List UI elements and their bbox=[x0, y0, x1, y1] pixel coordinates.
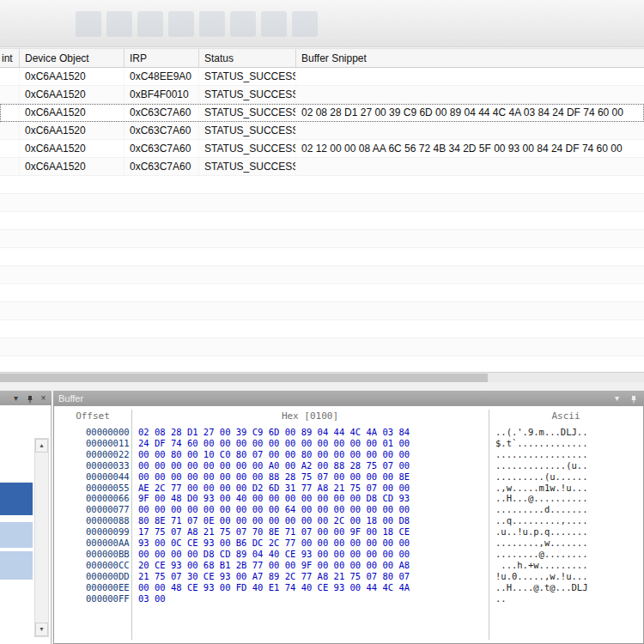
hex-row: 000000669F 00 48 D0 93 00 40 00 00 00 00… bbox=[54, 493, 643, 504]
list-item[interactable] bbox=[0, 551, 33, 580]
hex-bytes: 20 CE 93 00 68 B1 2B 77 00 00 9F 00 00 0… bbox=[131, 560, 489, 571]
hex-row: 00000055AE 2C 77 00 00 00 00 D2 6D 31 77… bbox=[54, 483, 643, 494]
toolbar bbox=[0, 0, 644, 47]
hex-offset: 00000022 bbox=[54, 449, 131, 460]
hex-column-ascii: Ascii bbox=[489, 410, 643, 422]
list-item-selected[interactable] bbox=[0, 483, 33, 515]
buffer-panel: Buffer ▾ Offset Hex [0100] Ascii 0000000… bbox=[53, 391, 644, 644]
irp-grid-header: intDevice ObjectIRPStatusBuffer Snippet bbox=[0, 48, 644, 68]
hex-view[interactable]: Offset Hex [0100] Ascii 0000000002 08 28… bbox=[53, 405, 644, 644]
table-cell: 0xC63C7A60 bbox=[125, 104, 199, 121]
hex-offset: 00000011 bbox=[54, 438, 131, 449]
toolbar-icon[interactable] bbox=[199, 11, 225, 37]
toolbar-icon[interactable] bbox=[168, 11, 194, 37]
table-cell bbox=[0, 158, 20, 175]
table-cell: 0xC6AA1520 bbox=[20, 158, 125, 175]
table-cell bbox=[0, 122, 20, 139]
toolbar-icon[interactable] bbox=[230, 11, 256, 37]
table-row[interactable]: 0xC6AA15200xBF4F0010STATUS_SUCCESS bbox=[0, 86, 644, 104]
table-row-empty[interactable] bbox=[0, 266, 644, 284]
hex-column-offset: Offset bbox=[54, 410, 131, 422]
pin-icon[interactable] bbox=[25, 393, 34, 404]
table-cell: STATUS_SUCCESS bbox=[199, 122, 296, 139]
table-cell: 02 08 28 D1 27 00 39 C9 6D 00 89 04 44 4… bbox=[296, 104, 644, 121]
toolbar-icon[interactable] bbox=[76, 11, 101, 37]
table-row[interactable]: 0xC6AA15200xC63C7A60STATUS_SUCCESS02 12 … bbox=[0, 140, 644, 158]
hex-bytes: 02 08 28 D1 27 00 39 C9 6D 00 89 04 44 4… bbox=[131, 427, 489, 438]
column-header[interactable]: int bbox=[0, 49, 20, 67]
horizontal-scrollbar-thumb[interactable] bbox=[0, 374, 488, 382]
table-row-empty[interactable] bbox=[0, 320, 644, 338]
table-row-empty[interactable] bbox=[0, 194, 644, 212]
toolbar-icon[interactable] bbox=[137, 11, 163, 37]
table-row-empty[interactable] bbox=[0, 302, 644, 320]
table-cell: 0xC63C7A60 bbox=[125, 158, 199, 175]
list-item[interactable] bbox=[0, 522, 33, 548]
table-cell: 0xC6AA1520 bbox=[20, 140, 125, 157]
toolbar-icon[interactable] bbox=[106, 11, 132, 37]
table-cell bbox=[296, 68, 644, 85]
hex-row: 0000001124 DF 74 60 00 00 00 00 00 00 00… bbox=[54, 438, 643, 449]
table-row-empty[interactable] bbox=[0, 230, 644, 248]
table-row-empty[interactable] bbox=[0, 248, 644, 266]
hex-offset: 00000055 bbox=[54, 483, 131, 494]
hex-ascii: ................. bbox=[489, 449, 643, 460]
dock-splitter[interactable] bbox=[0, 382, 644, 391]
hex-ascii: .u..!u.p.q....... bbox=[489, 526, 643, 538]
toolbar-icon[interactable] bbox=[292, 11, 318, 37]
hex-offset: 000000FF bbox=[54, 593, 131, 605]
hex-rows: 0000000002 08 28 D1 27 00 39 C9 6D 00 89… bbox=[54, 427, 643, 605]
hex-offset: 00000033 bbox=[54, 460, 131, 471]
table-row-empty[interactable] bbox=[0, 176, 644, 194]
table-row-empty[interactable] bbox=[0, 338, 644, 356]
column-header[interactable]: IRP bbox=[125, 49, 199, 67]
app-window: intDevice ObjectIRPStatusBuffer Snippet … bbox=[0, 0, 644, 644]
hex-bytes: 24 DF 74 60 00 00 00 00 00 00 00 00 00 0… bbox=[131, 438, 489, 449]
hex-row: 0000000002 08 28 D1 27 00 39 C9 6D 00 89… bbox=[54, 427, 643, 438]
hex-view-header: Offset Hex [0100] Ascii bbox=[54, 406, 643, 425]
hex-bytes: 17 75 07 A8 21 75 07 70 8E 71 07 00 00 9… bbox=[131, 526, 489, 538]
toolbar-icon[interactable] bbox=[261, 11, 287, 37]
table-cell bbox=[0, 140, 20, 157]
table-cell: 0xC6AA1520 bbox=[20, 104, 125, 121]
hex-row: 0000008880 8E 71 07 0E 00 00 00 00 00 00… bbox=[54, 515, 643, 526]
table-row-empty[interactable] bbox=[0, 356, 644, 372]
hex-row: 000000CC20 CE 93 00 68 B1 2B 77 00 00 9F… bbox=[54, 560, 643, 571]
close-icon[interactable]: × bbox=[39, 392, 48, 404]
chevron-down-icon[interactable]: ▾ bbox=[11, 392, 21, 404]
table-row[interactable]: 0xC6AA15200xC63C7A60STATUS_SUCCESS bbox=[0, 158, 644, 176]
hex-bytes: 00 00 00 00 00 00 00 00 00 64 00 00 00 0… bbox=[131, 504, 489, 515]
chevron-down-icon[interactable]: ▾ bbox=[611, 392, 623, 404]
hex-bytes: 21 75 07 30 CE 93 00 A7 89 2C 77 A8 21 7… bbox=[131, 571, 489, 582]
hex-ascii: ..(.'.9.m...DLJ.. bbox=[489, 427, 643, 438]
hex-ascii: .........(u...... bbox=[489, 471, 643, 483]
hex-offset: 000000AA bbox=[54, 538, 131, 549]
irp-grid-body: 0xC6AA15200xC48EE9A0STATUS_SUCCESS0xC6AA… bbox=[0, 68, 644, 372]
hex-bytes: 93 00 0C CE 93 00 B6 DC 2C 77 00 00 00 0… bbox=[131, 538, 489, 549]
pin-icon[interactable] bbox=[628, 393, 639, 404]
table-cell: STATUS_SUCCESS bbox=[199, 68, 296, 85]
vertical-scrollbar[interactable]: ▲ ▼ bbox=[34, 438, 49, 637]
table-row[interactable]: 0xC6AA15200xC63C7A60STATUS_SUCCESS bbox=[0, 122, 644, 140]
table-row-empty[interactable] bbox=[0, 212, 644, 230]
horizontal-scrollbar[interactable] bbox=[0, 372, 644, 382]
scroll-up-icon[interactable]: ▲ bbox=[35, 439, 48, 453]
hex-offset: 00000099 bbox=[54, 526, 131, 538]
table-cell: 0xC6AA1520 bbox=[20, 68, 125, 85]
hex-row: 000000DD21 75 07 30 CE 93 00 A7 89 2C 77… bbox=[54, 571, 643, 582]
table-cell bbox=[296, 158, 644, 175]
scroll-down-icon[interactable]: ▼ bbox=[35, 623, 48, 636]
table-row[interactable]: 0xC6AA15200xC63C7A60STATUS_SUCCESS02 08 … bbox=[0, 104, 644, 122]
table-cell: STATUS_SUCCESS bbox=[199, 140, 296, 157]
hex-ascii: .........d....... bbox=[489, 504, 643, 515]
table-cell: 0xC63C7A60 bbox=[125, 122, 199, 139]
table-row[interactable]: 0xC6AA15200xC48EE9A0STATUS_SUCCESS bbox=[0, 68, 644, 86]
table-row-empty[interactable] bbox=[0, 284, 644, 302]
column-header[interactable]: Device Object bbox=[20, 49, 125, 67]
left-dock-titlebar[interactable]: ▾ × bbox=[0, 391, 52, 405]
column-header[interactable]: Buffer Snippet bbox=[296, 49, 644, 67]
buffer-panel-titlebar[interactable]: Buffer ▾ bbox=[53, 391, 644, 405]
hex-bytes: 80 8E 71 07 0E 00 00 00 00 00 00 00 2C 0… bbox=[131, 515, 489, 526]
column-header[interactable]: Status bbox=[199, 49, 296, 67]
table-cell bbox=[296, 122, 644, 139]
